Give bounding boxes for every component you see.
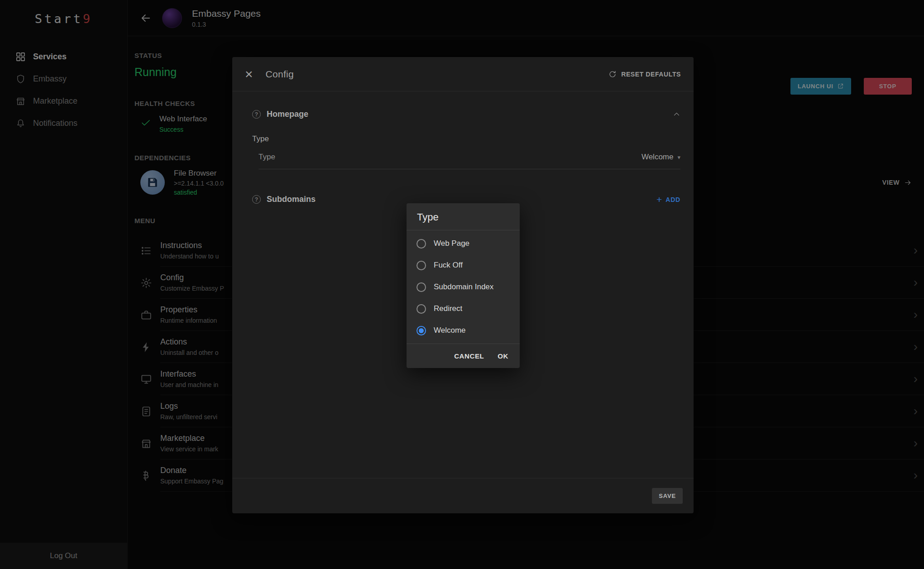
- cancel-button[interactable]: CANCEL: [454, 352, 484, 360]
- radio-option-redirect[interactable]: Redirect: [407, 298, 520, 320]
- ok-button[interactable]: OK: [498, 352, 508, 360]
- cancel-label: CANCEL: [454, 352, 484, 360]
- radio-icon: [417, 261, 426, 270]
- type-dialog: Type Web Page Fuck Off Subdomain Index R…: [407, 203, 520, 368]
- radio-option-label: Web Page: [434, 239, 469, 248]
- radio-option-label: Fuck Off: [434, 261, 463, 270]
- app-window: Start9 Services Embassy Marketplace Noti…: [0, 0, 924, 569]
- radio-option-fuck-off[interactable]: Fuck Off: [407, 254, 520, 276]
- radio-option-label: Redirect: [434, 304, 462, 313]
- radio-icon: [417, 239, 426, 249]
- type-options-list: Web Page Fuck Off Subdomain Index Redire…: [407, 230, 520, 344]
- radio-option-label: Welcome: [434, 326, 466, 335]
- radio-option-web-page[interactable]: Web Page: [407, 233, 520, 254]
- ok-label: OK: [498, 352, 508, 360]
- radio-icon: [417, 304, 426, 314]
- radio-option-subdomain-index[interactable]: Subdomain Index: [407, 276, 520, 298]
- type-dialog-buttons: CANCEL OK: [407, 344, 520, 368]
- type-dialog-title: Type: [407, 203, 520, 230]
- radio-option-label: Subdomain Index: [434, 282, 493, 292]
- radio-option-welcome[interactable]: Welcome: [407, 320, 520, 341]
- radio-selected-icon: [417, 326, 426, 335]
- radio-icon: [417, 282, 426, 292]
